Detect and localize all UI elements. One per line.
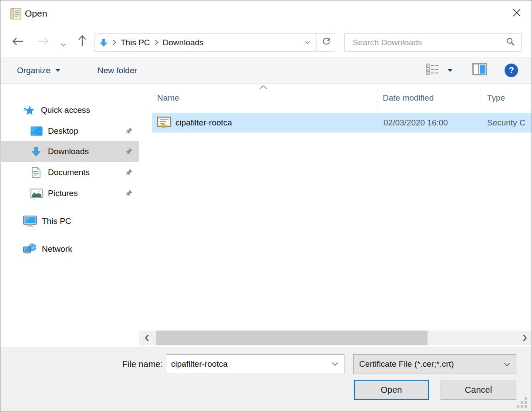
breadcrumb-chevron-icon[interactable] [154,39,159,46]
address-dropdown-chevron-icon[interactable] [304,41,310,44]
file-name-cell: cipafilter-rootca [175,113,232,132]
pin-icon [125,189,133,199]
up-button[interactable] [74,34,90,48]
file-type-value: Certificate File (*.cer;*.crt) [354,359,504,369]
header-divider [148,110,532,110]
organize-button[interactable]: Organize [17,57,61,83]
scroll-right-arrow[interactable] [518,331,532,345]
new-folder-button[interactable]: New folder [98,57,137,83]
sort-ascending-icon [259,84,268,91]
open-button-label: Open [381,385,402,395]
back-button[interactable] [10,35,26,49]
breadcrumb-chevron-icon[interactable] [112,39,117,46]
sidebar-item-documents[interactable]: Documents [1,162,139,183]
certificate-file-icon [157,116,172,131]
sidebar-item-quick-access[interactable]: Quick access [1,100,139,121]
pictures-icon [30,189,43,200]
refresh-icon [322,37,331,48]
back-arrow-icon [11,37,24,48]
recent-locations-chevron[interactable] [57,38,69,52]
sidebar-label: Documents [48,162,90,183]
breadcrumb-item-this-pc[interactable]: This PC [117,38,154,47]
sidebar-label: Quick access [41,100,90,121]
file-name-input[interactable] [166,359,332,369]
quick-access-star-icon [24,105,35,118]
pin-icon [125,127,133,136]
pin-icon [125,169,133,178]
open-file-dialog: Open [0,0,532,412]
sidebar-item-desktop[interactable]: Desktop [1,121,139,142]
sidebar-item-this-pc[interactable]: This PC [1,211,139,232]
view-details-button[interactable] [426,57,440,83]
details-view-icon [426,64,440,77]
close-icon [511,7,522,20]
close-button[interactable] [510,7,524,20]
file-type-select[interactable]: Certificate File (*.cer;*.crt) [353,354,516,374]
sidebar-label: Network [42,239,72,260]
column-divider[interactable] [377,88,377,108]
downloads-icon [30,146,42,159]
sidebar-item-network[interactable]: Network [1,239,139,260]
sidebar-label: Desktop [48,121,78,142]
help-icon: ? [505,64,518,77]
column-header-name[interactable]: Name [157,86,179,110]
refresh-button[interactable] [318,33,335,52]
file-name-combobox [166,354,344,374]
preview-pane-icon [472,63,487,78]
chevron-down-icon [448,69,453,72]
new-folder-label: New folder [98,66,137,75]
sidebar-label: This PC [42,211,71,232]
documents-icon [31,167,41,180]
scroll-document-icon [9,7,22,23]
forward-arrow-icon [37,37,50,48]
cancel-button-label: Cancel [465,385,492,395]
forward-button[interactable] [35,35,51,49]
address-bar[interactable]: This PC Downloads [94,33,317,52]
scroll-left-arrow[interactable] [140,331,154,345]
scrollbar-thumb[interactable] [156,331,428,345]
sidebar-item-downloads[interactable]: Downloads [1,141,139,162]
resize-grip[interactable] [517,397,527,408]
window-title: Open [25,0,47,27]
open-button[interactable]: Open [354,380,429,400]
horizontal-scrollbar[interactable] [139,331,532,345]
chevron-down-icon[interactable] [332,360,338,368]
chevron-down-icon [55,69,61,72]
sidebar-item-pictures[interactable]: Pictures [1,183,139,204]
file-name-label: File name: [88,354,163,374]
views-dropdown-chevron[interactable] [448,57,453,83]
this-pc-icon [23,215,37,229]
chevron-down-icon [61,41,66,49]
column-header-date-modified[interactable]: Date modified [383,86,434,110]
cancel-button[interactable]: Cancel [441,380,516,400]
command-toolbar: Organize New folder [0,57,532,84]
breadcrumb-item-downloads[interactable]: Downloads [159,38,208,47]
search-input[interactable] [345,38,506,47]
file-date-cell: 02/03/2020 16:00 [384,113,448,132]
up-arrow-icon [77,34,88,48]
search-box [344,33,522,52]
column-divider[interactable] [481,88,481,108]
column-header-type[interactable]: Type [487,86,505,110]
network-icon [23,243,37,257]
downloads-folder-icon [99,38,108,47]
desktop-icon [30,126,43,138]
help-button[interactable]: ? [505,57,518,83]
preview-pane-button[interactable] [472,57,487,83]
file-type-cell: Security C [487,113,525,132]
organize-label: Organize [17,66,51,75]
sidebar-label: Pictures [48,183,78,204]
search-icon [506,37,515,48]
pin-icon [125,148,133,157]
sidebar-label: Downloads [48,141,89,162]
chevron-down-icon [504,359,510,369]
file-row-cipafilter-rootca[interactable]: cipafilter-rootca 02/03/2020 16:00 Secur… [152,113,532,132]
